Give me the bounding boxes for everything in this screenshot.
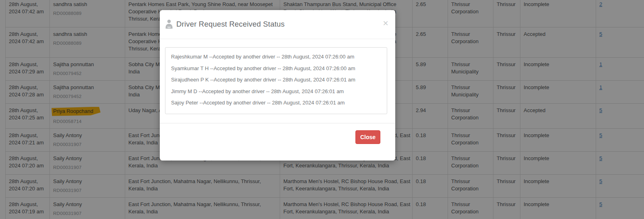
driver-status-item: Syamkumar T H --Accepted by another driv… <box>171 63 381 75</box>
close-button[interactable]: Close <box>355 130 380 144</box>
driver-request-status-modal: Driver Request Received Status ✕ Rajeshk… <box>160 10 395 161</box>
driver-status-item: Sirajudheen P K --Accepted by another dr… <box>171 74 381 86</box>
driver-status-item: Sajoy Peter --Accepted by another driver… <box>171 97 381 109</box>
modal-header: Driver Request Received Status ✕ <box>160 10 395 39</box>
driver-status-item: Jimmy M D --Accepted by another driver -… <box>171 86 381 98</box>
ride-requests-page: 28th August, 2024 07:42 am sandhra satis… <box>0 0 644 219</box>
driver-status-item: Rajeshkumar M --Accepted by another driv… <box>171 51 381 63</box>
modal-title: Driver Request Received Status <box>176 20 285 29</box>
close-icon[interactable]: ✕ <box>381 19 390 28</box>
driver-person-icon <box>165 19 173 30</box>
driver-status-list: Rajeshkumar M --Accepted by another driv… <box>165 47 387 114</box>
modal-footer-divider <box>160 123 395 123</box>
